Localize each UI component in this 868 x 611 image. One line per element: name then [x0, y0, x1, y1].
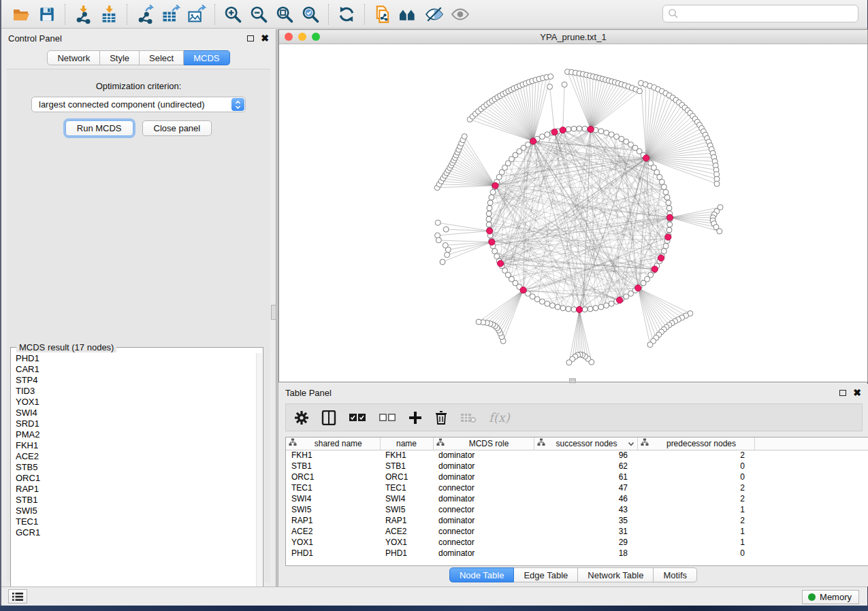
mcds-hub-node[interactable] — [492, 182, 498, 188]
list-item[interactable]: TID3 — [12, 386, 257, 397]
export-network-icon[interactable] — [133, 4, 157, 24]
table-row[interactable]: YOX1YOX1connector291 — [286, 537, 868, 548]
network-node[interactable] — [571, 307, 577, 312]
list-item[interactable]: YOX1 — [12, 397, 257, 408]
network-node[interactable] — [667, 222, 673, 227]
list-item[interactable]: SWI5 — [12, 506, 257, 516]
column-header-shared-name[interactable]: shared name — [286, 437, 380, 450]
network-node[interactable] — [545, 132, 550, 137]
network-node[interactable] — [443, 243, 448, 248]
network-node[interactable] — [647, 342, 653, 348]
mcds-hub-node[interactable] — [617, 297, 623, 303]
column-header-successor-nodes[interactable]: successor nodes — [534, 437, 637, 450]
network-node[interactable] — [492, 248, 498, 254]
columns-icon[interactable] — [321, 408, 336, 427]
search-input[interactable] — [679, 9, 858, 19]
table-row[interactable]: ACE2ACE2connector311 — [286, 526, 868, 537]
network-node[interactable] — [555, 304, 560, 310]
mcds-hub-node[interactable] — [530, 138, 536, 144]
network-node[interactable] — [604, 130, 609, 135]
memory-button[interactable]: Memory — [802, 590, 859, 604]
list-item[interactable]: STP4 — [12, 375, 257, 386]
mcds-hub-node[interactable] — [498, 261, 504, 267]
network-node[interactable] — [487, 205, 492, 211]
network-node[interactable] — [609, 132, 614, 137]
list-item[interactable]: SRD1 — [12, 418, 257, 429]
list-item[interactable]: PMA2 — [12, 429, 257, 440]
deselect-all-icon[interactable] — [379, 408, 396, 427]
network-node[interactable] — [571, 126, 577, 131]
save-session-icon[interactable] — [35, 4, 59, 24]
table-row[interactable]: FKH1FKH1dominator962 — [286, 450, 868, 461]
float-table-panel-icon[interactable] — [839, 390, 846, 396]
network-node[interactable] — [661, 248, 666, 254]
network-node[interactable] — [604, 303, 609, 308]
close-table-panel-icon[interactable]: ✖ — [853, 388, 861, 397]
list-item[interactable]: SWI4 — [12, 408, 257, 418]
close-panel-icon[interactable]: ✖ — [261, 33, 269, 43]
network-node[interactable] — [598, 304, 604, 310]
delete-table-icon[interactable] — [460, 408, 477, 427]
network-node[interactable] — [659, 179, 664, 184]
table-row[interactable]: ORC1ORC1dominator610 — [286, 472, 868, 482]
zoom-selected-icon[interactable] — [299, 4, 322, 24]
network-node[interactable] — [443, 227, 449, 232]
mcds-hub-node[interactable] — [635, 285, 641, 291]
import-table-icon[interactable] — [97, 4, 120, 24]
list-item[interactable]: STB5 — [12, 462, 257, 473]
network-node[interactable] — [609, 301, 614, 306]
tab-select[interactable]: Select — [140, 50, 184, 65]
list-item[interactable]: FKH1 — [12, 440, 257, 451]
network-node[interactable] — [549, 303, 555, 308]
zoom-in-icon[interactable] — [221, 4, 244, 24]
column-header-predecessor-nodes[interactable]: predecessor nodes — [637, 437, 754, 450]
float-panel-icon[interactable] — [247, 35, 254, 42]
tab-network-table[interactable]: Network Table — [578, 567, 654, 582]
network-node[interactable] — [577, 126, 582, 131]
network-node[interactable] — [435, 220, 440, 225]
list-item[interactable]: PHD1 — [12, 353, 257, 364]
column-header-name[interactable]: name — [380, 437, 433, 450]
mcds-hub-node[interactable] — [643, 155, 649, 161]
network-node[interactable] — [666, 227, 672, 233]
list-item[interactable]: TEC1 — [12, 516, 257, 527]
network-node[interactable] — [547, 84, 553, 89]
network-node[interactable] — [548, 73, 553, 79]
network-node[interactable] — [489, 195, 494, 200]
network-node[interactable] — [486, 222, 492, 227]
network-node[interactable] — [494, 254, 500, 259]
add-icon[interactable] — [408, 408, 422, 427]
import-network-icon[interactable] — [71, 4, 95, 24]
network-node[interactable] — [566, 127, 571, 132]
network-node[interactable] — [666, 200, 671, 205]
refresh-icon[interactable] — [335, 4, 358, 24]
network-node[interactable] — [562, 82, 567, 87]
mcds-hub-node[interactable] — [576, 306, 582, 312]
network-node[interactable] — [560, 306, 566, 311]
network-node[interactable] — [663, 244, 669, 249]
first-neighbors-icon[interactable] — [397, 4, 420, 24]
mcds-hub-node[interactable] — [520, 287, 526, 293]
network-node[interactable] — [582, 126, 588, 131]
network-node[interactable] — [717, 229, 722, 234]
list-item[interactable]: STB1 — [12, 495, 257, 506]
network-node[interactable] — [539, 134, 545, 139]
network-node[interactable] — [666, 205, 672, 211]
table-row[interactable]: TEC1TEC1connector472 — [286, 482, 868, 493]
network-node[interactable] — [664, 195, 670, 200]
select-all-icon[interactable] — [349, 408, 366, 427]
mcds-hub-node[interactable] — [588, 126, 594, 132]
table-row[interactable]: SWI5SWI5connector431 — [286, 504, 868, 515]
list-item[interactable]: ORC1 — [12, 473, 257, 484]
network-node[interactable] — [661, 184, 666, 190]
vertical-splitter-grip[interactable] — [271, 305, 276, 320]
network-node[interactable] — [490, 189, 496, 195]
network-window-titlebar[interactable]: YPA_prune.txt_1 — [279, 30, 867, 44]
network-node[interactable] — [566, 360, 572, 365]
mcds-hub-node[interactable] — [560, 127, 566, 133]
list-item[interactable]: ACE2 — [12, 451, 257, 462]
column-header-MCDS-role[interactable]: MCDS role — [433, 437, 534, 450]
network-node[interactable] — [582, 307, 588, 312]
show-all-icon[interactable] — [449, 4, 472, 24]
tab-network[interactable]: Network — [47, 50, 100, 65]
